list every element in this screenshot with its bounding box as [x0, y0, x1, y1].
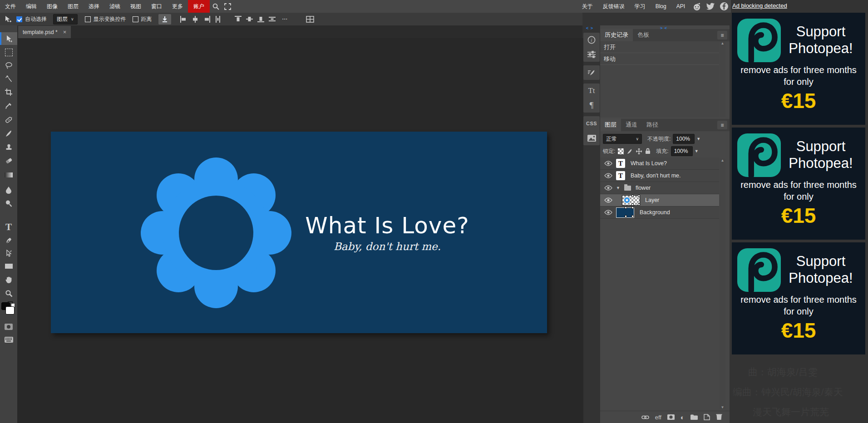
download-button[interactable] — [158, 14, 171, 25]
visibility-eye-icon[interactable] — [604, 185, 612, 191]
align-right-icon[interactable] — [203, 16, 211, 23]
lock-all-icon[interactable] — [645, 148, 651, 154]
menu-file[interactable]: 文件 — [0, 0, 21, 13]
hand-tool[interactable] — [0, 273, 17, 286]
tab-history[interactable]: 历史记录 — [600, 29, 633, 41]
clone-stamp-tool[interactable] — [0, 141, 17, 153]
reddit-icon[interactable] — [692, 2, 701, 11]
fill-input[interactable]: 100% — [671, 146, 693, 156]
tab-swatches[interactable]: 色板 — [633, 29, 654, 41]
link-layers-icon[interactable] — [641, 415, 649, 419]
visibility-eye-icon[interactable] — [604, 210, 612, 215]
ad-blocking-link[interactable]: Ad blocking detected — [732, 2, 787, 9]
color-swatches[interactable] — [1, 301, 17, 318]
auto-select-checkbox[interactable] — [16, 16, 22, 22]
eraser-tool[interactable] — [0, 154, 17, 167]
layer-row-selected[interactable]: Layer — [600, 194, 719, 207]
align-middle-icon[interactable] — [246, 15, 253, 23]
auto-select-option[interactable]: 自动选择 — [16, 15, 47, 23]
eyedropper-tool[interactable] — [0, 99, 17, 112]
properties-icon[interactable] — [583, 47, 600, 62]
layer-row-text-1[interactable]: T What Is Love? — [600, 157, 719, 170]
visibility-eye-icon[interactable] — [604, 173, 612, 178]
align-left-icon[interactable] — [180, 16, 187, 23]
align-bottom-icon[interactable] — [257, 15, 264, 23]
menu-image[interactable]: 图像 — [42, 0, 63, 13]
adjustment-layer-icon[interactable]: ◐ — [681, 413, 685, 421]
menu-layer[interactable]: 图层 — [63, 0, 84, 13]
layer-effects-button[interactable]: eff — [655, 414, 661, 421]
layer-row-text-2[interactable]: T Baby, don't hurt me. — [600, 170, 719, 182]
paragraph-panel-icon[interactable]: ¶ — [583, 98, 600, 113]
menu-blog[interactable]: Blog — [651, 0, 671, 13]
keyboard-icon[interactable] — [0, 333, 17, 346]
add-mask-icon[interactable] — [667, 414, 675, 420]
menu-about[interactable]: 关于 — [577, 0, 598, 13]
collapse-panels-icon[interactable]: < > — [586, 26, 593, 30]
show-transform-checkbox[interactable] — [85, 16, 91, 22]
layer-name[interactable]: flower — [636, 185, 651, 191]
menu-learn[interactable]: 学习 — [630, 0, 651, 13]
tab-channels[interactable]: 通道 — [621, 118, 642, 131]
menu-more[interactable]: 更多 — [167, 0, 188, 13]
fullscreen-icon[interactable] — [222, 0, 233, 13]
document-tab[interactable]: template.psd * × — [18, 26, 71, 38]
history-step-move[interactable]: 移动 — [600, 53, 719, 65]
visibility-eye-icon[interactable] — [604, 197, 612, 203]
target-select[interactable]: 图层 ∨ — [53, 14, 78, 25]
background-color-swatch-2[interactable] — [5, 306, 15, 315]
brush-tool[interactable] — [0, 127, 17, 140]
group-expand-icon[interactable]: ▼ — [616, 186, 620, 190]
distribute-h-icon[interactable] — [215, 16, 221, 23]
character-panel-icon[interactable]: Tt — [583, 84, 600, 98]
brush-settings-icon[interactable] — [583, 65, 600, 80]
history-step-open[interactable]: 打开 — [600, 41, 719, 53]
align-top-icon[interactable] — [235, 15, 242, 23]
new-layer-icon[interactable] — [704, 414, 710, 420]
pen-tool[interactable] — [0, 234, 17, 247]
layer-name[interactable]: Background — [640, 209, 670, 216]
text-layer-thumbnail[interactable]: T — [616, 171, 625, 180]
visibility-eye-icon[interactable] — [604, 161, 612, 166]
opacity-dropdown-icon[interactable]: ▼ — [696, 137, 700, 141]
ad-card-3[interactable]: Support Photopea! remove ads for three m… — [732, 242, 865, 354]
scroll-down-icon[interactable]: ▼ — [720, 405, 725, 409]
distance-checkbox[interactable] — [133, 16, 138, 22]
crop-tool[interactable] — [0, 86, 17, 98]
show-transform-option[interactable]: 显示变换控件 — [85, 15, 126, 23]
spot-heal-tool[interactable] — [0, 113, 17, 126]
menu-filter[interactable]: 滤镜 — [104, 0, 125, 13]
close-icon[interactable]: × — [63, 29, 67, 35]
menu-edit[interactable]: 编辑 — [21, 0, 42, 13]
magic-wand-tool[interactable] — [0, 72, 17, 85]
layer-name[interactable]: Layer — [645, 197, 659, 203]
lasso-tool[interactable] — [0, 59, 17, 72]
more-options-icon[interactable]: ··· — [282, 16, 288, 22]
lock-transparency-icon[interactable] — [618, 148, 624, 154]
info-icon[interactable]: i — [583, 33, 600, 47]
facebook-icon[interactable] — [720, 2, 729, 11]
layer-name[interactable]: Baby, don't hurt me. — [631, 172, 681, 179]
quick-mask-toggle[interactable] — [0, 320, 17, 333]
twitter-icon[interactable] — [706, 2, 715, 11]
text-layer-thumbnail[interactable]: T — [616, 159, 625, 168]
scroll-up-icon[interactable]: ▲ — [720, 158, 725, 162]
dodge-tool[interactable] — [0, 197, 17, 210]
align-center-h-icon[interactable] — [192, 16, 199, 23]
new-group-icon[interactable] — [690, 414, 698, 420]
rectangle-select-tool[interactable] — [0, 46, 17, 59]
layer-thumbnail[interactable] — [622, 196, 640, 205]
distance-option[interactable]: 距离 — [133, 15, 152, 23]
tab-layers[interactable]: 图层 — [600, 118, 621, 131]
layer-row-group[interactable]: ▼ flower — [600, 182, 719, 194]
scroll-up-icon[interactable]: ▲ — [720, 41, 725, 45]
ad-card-1[interactable]: Support Photopea! remove ads for three m… — [732, 13, 865, 125]
rectangle-shape-tool[interactable] — [0, 260, 17, 272]
menu-select[interactable]: 选择 — [84, 0, 104, 13]
layers-scrollbar[interactable]: ▲ ▼ — [720, 158, 725, 409]
blend-mode-select[interactable]: 正常 ∨ — [603, 134, 642, 144]
fill-dropdown-icon[interactable]: ▼ — [695, 149, 699, 153]
history-scrollbar[interactable]: ▲ — [720, 41, 725, 117]
blur-tool[interactable] — [0, 183, 17, 196]
css-panel-icon[interactable]: CSS — [583, 116, 600, 131]
